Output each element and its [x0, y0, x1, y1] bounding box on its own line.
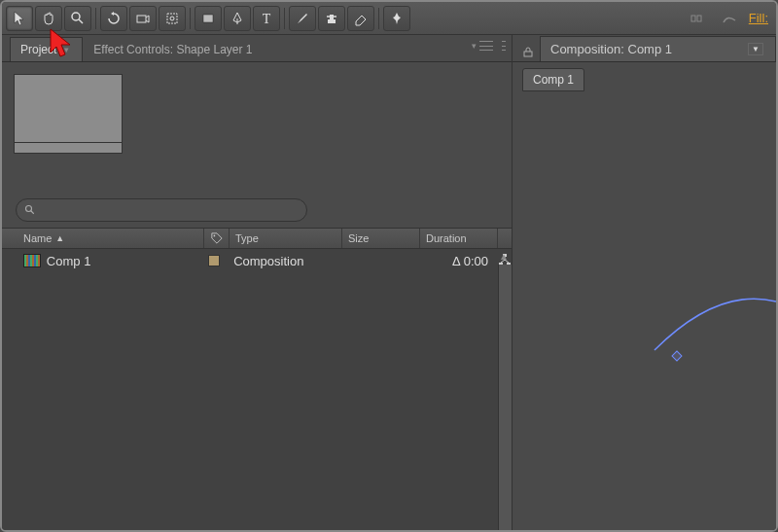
svg-rect-19 — [524, 52, 532, 56]
sort-asc-icon: ▲ — [55, 233, 64, 243]
pin-tool[interactable] — [383, 6, 410, 31]
rectangle-tool[interactable] — [194, 6, 222, 31]
pan-behind-tool[interactable] — [159, 6, 186, 31]
svg-rect-2 — [137, 16, 146, 22]
zoom-tool[interactable] — [64, 6, 91, 31]
clone-stamp-tool[interactable] — [318, 6, 345, 31]
search-field[interactable] — [42, 203, 299, 218]
eraser-tool[interactable] — [347, 6, 374, 31]
col-type[interactable]: Type — [230, 229, 342, 248]
hand-tool[interactable] — [35, 6, 62, 31]
pen-tool[interactable] — [224, 6, 251, 31]
lock-icon[interactable] — [522, 46, 534, 57]
bezier-path — [601, 248, 776, 365]
col-name[interactable]: Name▲ — [18, 229, 204, 248]
scroll-up-icon[interactable]: ▲ — [499, 251, 509, 262]
svg-rect-12 — [697, 16, 701, 21]
composition-panel: Composition: Comp 1 ▼ Comp 1 — [513, 35, 776, 530]
search-icon — [24, 204, 36, 216]
graph-toggle[interactable] — [716, 6, 743, 31]
svg-point-0 — [72, 13, 80, 20]
row-name: Comp 1 — [47, 254, 91, 268]
tag-icon — [211, 232, 223, 244]
svg-line-1 — [79, 19, 83, 23]
svg-rect-11 — [691, 16, 695, 21]
camera-tool[interactable] — [129, 6, 157, 31]
project-panel: Project▼ Effect Controls: Shape Layer 1 … — [2, 35, 513, 530]
project-tab[interactable]: Project▼ — [10, 37, 83, 61]
thumbnail-area — [2, 62, 512, 198]
col-duration[interactable]: Duration — [420, 229, 498, 248]
effect-controls-tab-label: Effect Controls: Shape Layer 1 — [93, 43, 252, 56]
effect-controls-tab[interactable]: Effect Controls: Shape Layer 1 — [83, 37, 265, 61]
svg-rect-8 — [328, 19, 336, 23]
scrollbar[interactable] — [498, 265, 512, 530]
selection-tool[interactable] — [6, 6, 33, 31]
svg-rect-3 — [167, 14, 177, 23]
brush-tool[interactable] — [289, 6, 316, 31]
comp-subtab[interactable]: Comp 1 — [522, 68, 584, 91]
svg-text:T: T — [263, 12, 271, 26]
svg-point-13 — [26, 206, 32, 212]
type-tool[interactable]: T — [253, 6, 280, 31]
row-duration: Δ 0:00 — [452, 254, 488, 268]
composition-tab[interactable]: Composition: Comp 1 ▼ — [540, 36, 776, 61]
snap-toggle[interactable] — [683, 6, 710, 31]
svg-rect-5 — [203, 15, 213, 22]
project-tab-label: Project — [20, 43, 56, 56]
label-color-swatch[interactable] — [208, 255, 220, 266]
svg-line-14 — [31, 211, 34, 214]
panel-menu[interactable]: ▾ — [472, 41, 506, 51]
table-body: Comp 1 Composition Δ 0:00 ▲ — [2, 249, 512, 530]
search-input[interactable] — [16, 198, 307, 222]
comp-title-name: Comp 1 — [628, 42, 673, 56]
composition-thumbnail[interactable] — [14, 74, 123, 154]
svg-point-15 — [213, 235, 215, 237]
row-type: Composition — [233, 254, 303, 268]
fill-label[interactable]: Fill: — [749, 11, 772, 25]
toolbar: T Fill: — [2, 2, 776, 35]
table-row[interactable]: Comp 1 Composition Δ 0:00 — [2, 249, 512, 272]
col-label[interactable] — [204, 229, 230, 248]
col-size[interactable]: Size — [342, 229, 420, 248]
table-header: Name▲ Type Size Duration — [2, 228, 512, 249]
chevron-down-icon[interactable]: ▼ — [748, 43, 763, 55]
chevron-down-icon: ▼ — [62, 46, 70, 54]
comp-title-prefix: Composition: — [550, 42, 624, 56]
svg-point-4 — [170, 17, 174, 20]
rotation-tool[interactable] — [100, 6, 127, 31]
composition-icon — [23, 254, 41, 267]
composition-viewer[interactable] — [513, 97, 776, 530]
